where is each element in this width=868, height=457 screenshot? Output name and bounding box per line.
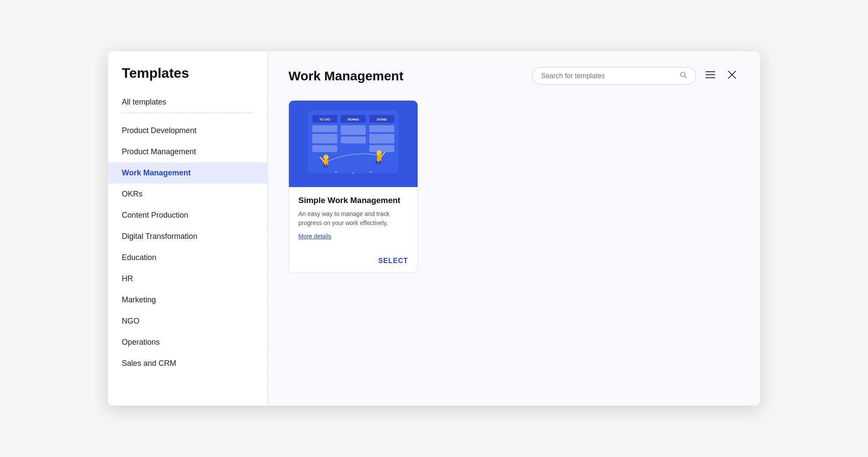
header-controls bbox=[532, 67, 739, 85]
sidebar-item-product-development[interactable]: Product Development bbox=[108, 120, 267, 141]
sidebar-item-all-templates[interactable]: All templates bbox=[108, 92, 267, 113]
sidebar-item-operations[interactable]: Operations bbox=[108, 332, 267, 353]
search-input[interactable] bbox=[541, 72, 675, 80]
svg-rect-19 bbox=[369, 125, 394, 132]
svg-text:DONE: DONE bbox=[377, 117, 387, 121]
page-title: Work Management bbox=[288, 69, 403, 83]
sidebar-item-okrs[interactable]: OKRs bbox=[108, 184, 267, 205]
sidebar: Templates All templates Product Developm… bbox=[108, 51, 268, 406]
sidebar-item-work-management[interactable]: Work Management bbox=[108, 162, 267, 184]
sidebar-divider bbox=[122, 113, 253, 113]
card-body: Simple Work Management An easy way to ma… bbox=[289, 187, 418, 257]
card-footer: SELECT bbox=[289, 257, 418, 273]
search-bar[interactable] bbox=[532, 67, 696, 85]
svg-text:DOING: DOING bbox=[348, 117, 359, 121]
sidebar-item-product-management[interactable]: Product Management bbox=[108, 141, 267, 162]
sidebar-item-content-production[interactable]: Content Production bbox=[108, 205, 267, 226]
svg-rect-17 bbox=[341, 125, 366, 135]
svg-rect-26 bbox=[324, 164, 325, 168]
svg-rect-18 bbox=[341, 136, 366, 143]
svg-line-1 bbox=[685, 76, 687, 78]
sidebar-item-sales-crm[interactable]: Sales and CRM bbox=[108, 353, 267, 374]
search-icon bbox=[679, 71, 687, 81]
svg-rect-21 bbox=[369, 145, 394, 152]
cards-grid: TO DO DOING DONE bbox=[288, 100, 739, 273]
close-icon[interactable] bbox=[725, 67, 739, 85]
card-image: TO DO DOING DONE bbox=[289, 101, 418, 187]
select-button[interactable]: SELECT bbox=[378, 257, 408, 265]
main-content: Work Management bbox=[268, 51, 760, 406]
svg-point-35 bbox=[370, 171, 371, 173]
svg-point-22 bbox=[323, 155, 329, 160]
sidebar-item-digital-transformation[interactable]: Digital Transformation bbox=[108, 226, 267, 247]
sidebar-item-hr[interactable]: HR bbox=[108, 268, 267, 289]
sidebar-item-education[interactable]: Education bbox=[108, 247, 267, 268]
sidebar-title: Templates bbox=[108, 65, 267, 92]
sidebar-item-ngo[interactable]: NGO bbox=[108, 311, 267, 332]
svg-point-0 bbox=[681, 72, 685, 77]
template-card-simple-work-management: TO DO DOING DONE bbox=[288, 100, 418, 273]
svg-point-28 bbox=[377, 150, 382, 156]
svg-rect-30 bbox=[376, 161, 377, 164]
main-header: Work Management bbox=[288, 67, 739, 85]
svg-rect-25 bbox=[326, 164, 327, 168]
svg-rect-15 bbox=[312, 134, 337, 143]
svg-rect-20 bbox=[369, 134, 394, 143]
menu-icon[interactable] bbox=[703, 68, 718, 83]
svg-rect-14 bbox=[312, 125, 337, 132]
svg-text:TO DO: TO DO bbox=[319, 117, 330, 121]
card-title: Simple Work Management bbox=[298, 196, 408, 205]
svg-rect-31 bbox=[379, 161, 381, 164]
svg-point-34 bbox=[352, 172, 354, 174]
svg-rect-16 bbox=[312, 145, 337, 152]
sidebar-item-marketing[interactable]: Marketing bbox=[108, 289, 267, 311]
card-description: An easy way to manage and track progress… bbox=[298, 209, 408, 228]
svg-point-33 bbox=[335, 171, 337, 173]
modal-container: Templates All templates Product Developm… bbox=[108, 51, 760, 406]
more-details-link[interactable]: More details bbox=[298, 233, 408, 240]
svg-rect-29 bbox=[377, 156, 381, 162]
